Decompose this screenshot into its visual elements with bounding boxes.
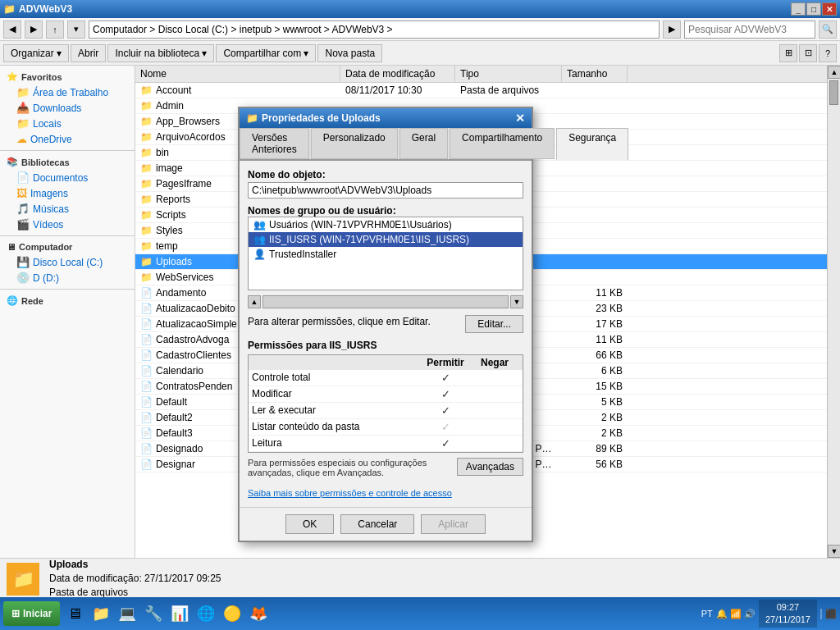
folder-icon: 📁 <box>16 117 30 130</box>
taskbar-tool1-icon[interactable]: 🔧 <box>142 602 165 625</box>
dialog-body: Nome do objeto: C:\inetpub\wwwroot\ADVWe… <box>240 161 532 507</box>
column-type[interactable]: Tipo <box>455 66 562 82</box>
maximize-button[interactable]: □ <box>806 2 821 16</box>
taskbar-tool2-icon[interactable]: 📊 <box>168 602 191 625</box>
sidebar-item-images[interactable]: 🖼 Imagens <box>0 185 135 201</box>
tab-geral[interactable]: Geral <box>399 128 448 159</box>
folder-icon: 🎵 <box>16 203 30 215</box>
tab-personalizado[interactable]: Personalizado <box>311 128 398 159</box>
perm-row-listar: Listar conteúdo da pasta ✓ <box>249 419 523 436</box>
include-library-button[interactable]: Incluir na biblioteca ▾ <box>107 44 214 62</box>
minimize-button[interactable]: _ <box>791 2 806 16</box>
computer-section: 🖥 Computador <box>0 240 135 254</box>
window-icon: 📁 <box>3 3 16 15</box>
network-icon: 🌐 <box>7 295 18 306</box>
taskbar-ie-icon[interactable]: 🖥 <box>63 602 86 625</box>
start-button[interactable]: ⊞ Iniciar <box>3 601 60 626</box>
groups-scroll-down[interactable]: ▼ <box>510 295 523 308</box>
perm-row-leitura: Leitura ✓ <box>249 436 523 452</box>
sidebar-item-c-drive[interactable]: 💾 Disco Local (C:) <box>0 254 135 270</box>
dialog-folder-icon: 📁 <box>246 112 258 124</box>
tab-seguranca[interactable]: Segurança <box>556 128 628 161</box>
search-input[interactable] <box>684 21 815 39</box>
perm-row-controle: Controle total ✓ <box>249 370 523 386</box>
scrollbar-vertical[interactable]: ▲ ▼ <box>827 66 840 558</box>
allow-check-gray-icon: ✓ <box>441 421 450 433</box>
forward-button[interactable]: ▶ <box>25 21 43 39</box>
sidebar-item-videos[interactable]: 🎬 Vídeos <box>0 217 135 232</box>
preview-button[interactable]: ⊡ <box>799 44 817 62</box>
group-item-iis[interactable]: 👥 IIS_IUSRS (WIN-71VPVRHM0E1\IIS_IUSRS) <box>249 232 523 247</box>
clock-date: 27/11/2017 <box>765 614 810 626</box>
address-bar: ◀ ▶ ↑ ▾ ▶ 🔍 <box>0 18 840 41</box>
new-folder-button[interactable]: Nova pasta <box>317 44 382 62</box>
cancel-button[interactable]: Cancelar <box>340 514 414 534</box>
ok-button[interactable]: OK <box>285 514 334 534</box>
taskbar-firefox-icon[interactable]: 🦊 <box>247 602 270 625</box>
taskbar-explorer-icon[interactable]: 📁 <box>89 602 112 625</box>
table-row[interactable]: 📁Account 08/11/2017 10:30 Pasta de arqui… <box>135 83 827 98</box>
taskbar-systray: 🔔 📶 🔊 <box>716 609 756 619</box>
up-button[interactable]: ↑ <box>46 21 64 39</box>
star-icon: ⭐ <box>7 71 18 82</box>
permissions-link[interactable]: Saiba mais sobre permissões e controle d… <box>248 488 452 498</box>
groups-scroll-up[interactable]: ▲ <box>248 295 261 308</box>
sidebar-item-d-drive[interactable]: 💿 D (D:) <box>0 270 135 285</box>
apply-button[interactable]: Aplicar <box>421 514 486 534</box>
taskbar-chrome-icon[interactable]: 🟡 <box>221 602 244 625</box>
edit-info-text: Para alterar permissões, clique em Edita… <box>248 316 431 327</box>
sidebar-item-desktop[interactable]: 📁 Área de Trabalho <box>0 84 135 100</box>
share-with-button[interactable]: Compartilhar com ▾ <box>216 44 316 62</box>
column-date[interactable]: Data de modificação <box>340 66 455 82</box>
title-bar: 📁 ADVWebV3 _ □ ✕ <box>0 0 840 18</box>
sidebar-item-music[interactable]: 🎵 Músicas <box>0 201 135 217</box>
properties-dialog: 📁 Propriedades de Uploads ✕ Versões Ante… <box>238 107 533 542</box>
column-size[interactable]: Tamanho <box>562 66 628 82</box>
recent-button[interactable]: ▾ <box>67 21 85 39</box>
perm-row-ler: Ler & executar ✓ <box>249 403 523 419</box>
groups-list[interactable]: 👥 Usuários (WIN-71VPVRHM0E1\Usuários) 👥 … <box>248 217 523 290</box>
edit-button[interactable]: Editar... <box>465 315 523 333</box>
allow-check-icon: ✓ <box>441 404 450 417</box>
tab-versoes[interactable]: Versões Anteriores <box>240 128 309 159</box>
dialog-close-button[interactable]: ✕ <box>515 112 525 125</box>
tab-compartilhamento[interactable]: Compartilhamento <box>450 128 555 159</box>
column-name[interactable]: Nome <box>135 66 340 82</box>
close-button[interactable]: ✕ <box>822 2 837 16</box>
window-title: ADVWebV3 <box>19 3 72 15</box>
scroll-up-arrow[interactable]: ▲ <box>828 66 840 79</box>
sidebar-item-onedrive[interactable]: ☁ OneDrive <box>0 131 135 147</box>
folder-icon: 📥 <box>16 102 30 114</box>
computer-icon: 🖥 <box>7 242 16 252</box>
scroll-down-arrow[interactable]: ▼ <box>828 545 840 558</box>
back-button[interactable]: ◀ <box>3 21 21 39</box>
object-path: C:\inetpub\wwwroot\ADVWebV3\Uploads <box>248 182 523 199</box>
group-item-usuarios[interactable]: 👥 Usuários (WIN-71VPVRHM0E1\Usuários) <box>249 217 523 232</box>
dialog-tabs: Versões Anteriores Personalizado Geral C… <box>240 128 532 161</box>
allow-check-icon: ✓ <box>441 372 450 384</box>
show-desktop-icon[interactable]: ⬛ <box>820 609 837 619</box>
taskbar-ie2-icon[interactable]: 🌐 <box>194 602 217 625</box>
sidebar-item-locais[interactable]: 📁 Locais <box>0 116 135 131</box>
help-button[interactable]: ? <box>819 44 837 62</box>
group-icon: 👥 <box>253 234 266 245</box>
open-button[interactable]: Abrir <box>71 44 106 62</box>
address-input[interactable] <box>89 21 660 39</box>
address-go[interactable]: ▶ <box>663 21 681 39</box>
scroll-thumb[interactable] <box>829 80 838 105</box>
clock[interactable]: 09:27 27/11/2017 <box>759 600 817 628</box>
sidebar-item-downloads[interactable]: 📥 Downloads <box>0 100 135 116</box>
groups-label: Nomes de grupo ou de usuário: <box>248 205 396 217</box>
group-item-trusted[interactable]: 👤 TrustedInstaller <box>249 247 523 262</box>
organize-button[interactable]: Organizar ▾ <box>3 44 69 62</box>
sidebar-item-documents[interactable]: 📄 Documentos <box>0 170 135 185</box>
dialog-title-text: Propriedades de Uploads <box>262 112 381 124</box>
file-list-header: Nome Data de modificação Tipo Tamanho <box>135 66 827 83</box>
views-button[interactable]: ⊞ <box>779 44 797 62</box>
folder-icon: 🖼 <box>16 187 27 199</box>
taskbar-lang: PT <box>701 609 713 619</box>
taskbar-cmd-icon[interactable]: 💻 <box>116 602 139 625</box>
advanced-button[interactable]: Avançadas <box>457 458 523 476</box>
search-button[interactable]: 🔍 <box>819 21 837 39</box>
cloud-icon: ☁ <box>16 133 27 145</box>
